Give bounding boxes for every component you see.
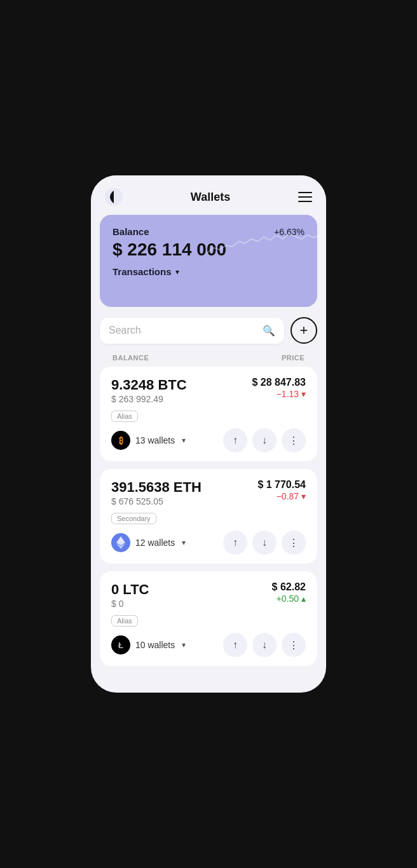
btc-left: 9.3248 BTC $ 263 992.49: [111, 377, 187, 404]
eth-card: 391.5638 ETH $ 676 525.05 $ 1 770.54 −0.…: [100, 469, 317, 564]
btc-logo-icon: ₿: [111, 431, 130, 450]
btc-usd-value: $ 263 992.49: [111, 394, 187, 404]
search-icon: 🔍: [263, 325, 275, 337]
eth-more-button[interactable]: ⋮: [282, 531, 306, 555]
add-wallet-button[interactable]: +: [291, 317, 317, 344]
search-placeholder: Search: [109, 325, 257, 336]
menu-line-2: [298, 196, 312, 198]
btc-card: 9.3248 BTC $ 263 992.49 $ 28 847.83 −1.1…: [100, 367, 317, 461]
btc-alias-badge: Alias: [111, 410, 138, 422]
balance-card: Balance +6.63% $ 226 114 000 Transaction…: [100, 215, 317, 307]
ltc-wallet-count: 10 wallets: [135, 640, 175, 650]
btc-amount: 9.3248 BTC: [111, 377, 187, 393]
eth-amount: 391.5638 ETH: [111, 479, 202, 496]
ltc-usd-value: $ 0: [111, 599, 149, 609]
btc-action-buttons: ↑ ↓ ⋮: [223, 428, 306, 452]
ltc-wallet-chevron-icon: ▾: [182, 641, 186, 649]
ltc-send-button[interactable]: ↑: [223, 633, 247, 657]
menu-line-1: [298, 192, 312, 193]
ltc-card-bottom: Ł 10 wallets ▾ ↑ ↓ ⋮: [111, 633, 306, 657]
transactions-label: Transactions: [113, 266, 172, 277]
app-logo-icon: [105, 188, 123, 206]
ltc-price-change: +0.50 ▴: [272, 593, 306, 604]
btc-price-change: −1.13 ▾: [252, 389, 306, 399]
eth-wallet-count: 12 wallets: [135, 538, 175, 548]
balance-label: Balance: [113, 226, 149, 237]
eth-price-change: −0.87 ▾: [257, 491, 306, 501]
ltc-price: $ 62.82: [272, 581, 306, 593]
eth-card-top: 391.5638 ETH $ 676 525.05 $ 1 770.54 −0.…: [111, 479, 306, 506]
price-column-header: PRICE: [282, 354, 304, 362]
eth-right: $ 1 770.54 −0.87 ▾: [257, 479, 306, 501]
eth-left: 391.5638 ETH $ 676 525.05: [111, 479, 202, 506]
ltc-receive-button[interactable]: ↓: [252, 633, 277, 657]
btc-send-button[interactable]: ↑: [223, 428, 247, 452]
ltc-alias-badge: Alias: [111, 615, 138, 627]
eth-alias-badge: Secondary: [111, 513, 156, 524]
page-title: Wallets: [191, 191, 230, 204]
app-header: Wallets: [91, 175, 326, 215]
balance-chart: [198, 215, 317, 266]
eth-wallet-chevron-icon: ▾: [182, 538, 186, 547]
ltc-logo-icon: Ł: [111, 635, 130, 654]
ltc-right: $ 62.82 +0.50 ▴: [272, 581, 306, 604]
btc-card-bottom: ₿ 13 wallets ▾ ↑ ↓ ⋮: [111, 428, 306, 452]
btc-wallet-chevron-icon: ▾: [182, 436, 186, 445]
ltc-card: 0 LTC $ 0 $ 62.82 +0.50 ▴ Alias Ł 10 wal…: [100, 571, 317, 666]
ltc-more-button[interactable]: ⋮: [282, 633, 306, 657]
transactions-chevron-icon: ▾: [175, 268, 179, 276]
btc-receive-button[interactable]: ↓: [252, 428, 277, 452]
ltc-wallet-info[interactable]: Ł 10 wallets ▾: [111, 635, 186, 654]
eth-receive-button[interactable]: ↓: [252, 531, 277, 555]
search-row: Search 🔍 +: [100, 317, 317, 344]
btc-price: $ 28 847.83: [252, 377, 306, 388]
eth-action-buttons: ↑ ↓ ⋮: [223, 531, 306, 555]
btc-more-button[interactable]: ⋮: [282, 428, 306, 452]
transactions-row[interactable]: Transactions ▾: [113, 266, 304, 277]
menu-line-3: [298, 201, 312, 202]
ltc-card-top: 0 LTC $ 0 $ 62.82 +0.50 ▴: [111, 581, 306, 609]
search-box[interactable]: Search 🔍: [100, 318, 284, 344]
eth-price: $ 1 770.54: [257, 479, 306, 491]
eth-usd-value: $ 676 525.05: [111, 496, 202, 506]
menu-button[interactable]: [298, 192, 312, 202]
eth-logo-icon: [111, 533, 130, 552]
eth-card-bottom: 12 wallets ▾ ↑ ↓ ⋮: [111, 531, 306, 555]
btc-wallet-count: 13 wallets: [135, 435, 175, 445]
btc-right: $ 28 847.83 −1.13 ▾: [252, 377, 306, 399]
eth-send-button[interactable]: ↑: [223, 531, 247, 555]
btc-wallet-info[interactable]: ₿ 13 wallets ▾: [111, 431, 186, 450]
ltc-action-buttons: ↑ ↓ ⋮: [223, 633, 306, 657]
ltc-amount: 0 LTC: [111, 581, 149, 598]
eth-wallet-info[interactable]: 12 wallets ▾: [111, 533, 186, 552]
balance-column-header: BALANCE: [113, 354, 149, 362]
btc-card-top: 9.3248 BTC $ 263 992.49 $ 28 847.83 −1.1…: [111, 377, 306, 404]
svg-marker-1: [116, 536, 125, 545]
phone-container: Wallets Balance +6.63% $ 226 114 000 Tra…: [91, 175, 326, 693]
column-headers: BALANCE PRICE: [100, 354, 317, 367]
ltc-left: 0 LTC $ 0: [111, 581, 149, 609]
